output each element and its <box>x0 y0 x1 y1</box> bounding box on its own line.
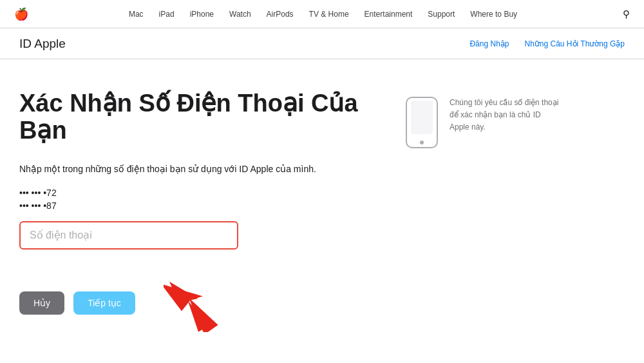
nav-tv-home[interactable]: TV & Home <box>301 10 357 19</box>
faq-link[interactable]: Những Câu Hỏi Thường Gặp <box>524 39 625 48</box>
sign-in-link[interactable]: Đăng Nhập <box>469 39 509 48</box>
phone-input[interactable] <box>19 221 238 250</box>
content-right: Chúng tôi yêu cầu số điện thoại để xác n… <box>380 90 560 338</box>
phone-option-1: ••• ••• •72 <box>19 188 380 198</box>
phone-illustration <box>406 97 438 148</box>
nav-watch[interactable]: Watch <box>222 10 259 19</box>
button-row: Hủy Tiếp tục <box>19 268 380 338</box>
nav-airpods[interactable]: AirPods <box>259 10 301 19</box>
nav-links: Mac iPad iPhone Watch AirPods TV & Home … <box>28 10 618 19</box>
continue-button[interactable]: Tiếp tục <box>73 291 135 315</box>
phone-input-wrapper <box>19 221 380 250</box>
cancel-button[interactable]: Hủy <box>19 291 64 315</box>
sub-nav-links: Đăng Nhập Những Câu Hỏi Thường Gặp <box>469 39 625 48</box>
content-left: Xác Nhận Số Điện Thoại Của Bạn Nhập một … <box>19 90 380 338</box>
info-box: Chúng tôi yêu cầu số điện thoại để xác n… <box>406 97 560 148</box>
search-icon[interactable]: ⚲ <box>623 8 630 20</box>
nav-ipad[interactable]: iPad <box>151 10 182 19</box>
arrow-annotation <box>164 261 254 338</box>
svg-marker-1 <box>164 268 221 332</box>
main-content: Xác Nhận Số Điện Thoại Của Bạn Nhập một … <box>0 59 580 363</box>
page-title: Xác Nhận Số Điện Thoại Của Bạn <box>19 90 380 144</box>
phone-home-button <box>420 141 424 144</box>
nav-where-to-buy[interactable]: Where to Buy <box>462 10 525 19</box>
nav-entertainment[interactable]: Entertainment <box>357 10 421 19</box>
red-arrow-icon <box>164 261 241 332</box>
top-nav: 🍎 Mac iPad iPhone Watch AirPods TV & Hom… <box>0 0 644 28</box>
phone-screen <box>411 101 433 134</box>
sub-nav-title: ID Apple <box>19 37 66 51</box>
nav-iphone[interactable]: iPhone <box>182 10 222 19</box>
nav-mac[interactable]: Mac <box>121 10 151 19</box>
phone-option-2: ••• ••• •87 <box>19 201 380 211</box>
nav-support[interactable]: Support <box>420 10 462 19</box>
info-description: Chúng tôi yêu cầu số điện thoại để xác n… <box>450 97 560 134</box>
description-text: Nhập một trong những số điện thoại bạn s… <box>19 162 380 176</box>
apple-logo-icon: 🍎 <box>14 7 28 21</box>
sub-nav: ID Apple Đăng Nhập Những Câu Hỏi Thường … <box>0 28 644 59</box>
